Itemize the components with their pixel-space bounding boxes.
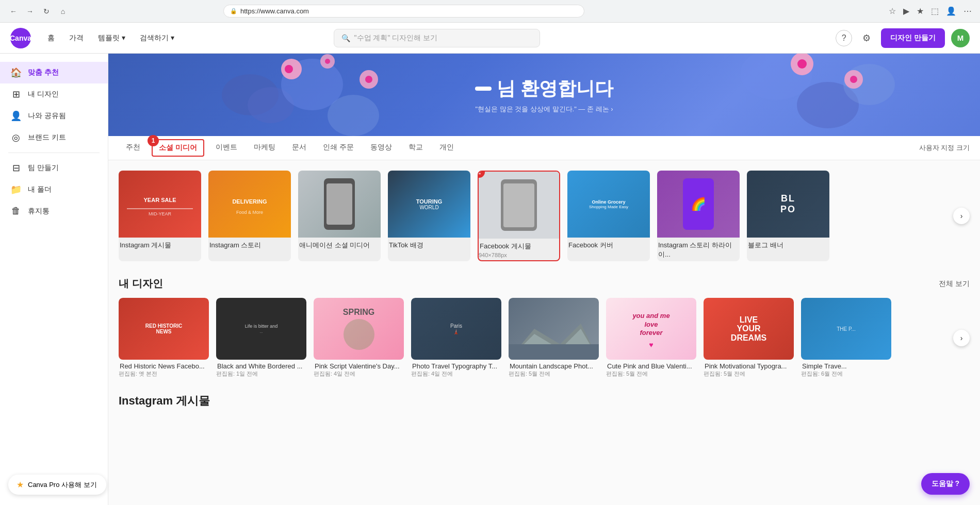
address-bar[interactable]: 🔒 https://www.canva.com bbox=[223, 5, 584, 18]
template-grid-wrapper: YEAR SALE MID-YEAR Instagram 게시물 DELIVER… bbox=[119, 171, 970, 261]
forward-button[interactable]: → bbox=[23, 4, 37, 19]
custom-size-button[interactable]: 사용자 지정 크기 bbox=[919, 143, 970, 153]
back-button[interactable]: ← bbox=[6, 4, 21, 19]
more-button[interactable]: ⋯ bbox=[961, 4, 974, 18]
tab-documents[interactable]: 문서 bbox=[285, 137, 314, 159]
tab-personal[interactable]: 개인 bbox=[432, 137, 461, 159]
design-card-mountain[interactable]: Mountain Landscape Phot... 편집됨: 5월 전에 bbox=[509, 298, 599, 378]
template-label-instagram-story: Instagram 스토리 bbox=[208, 238, 291, 251]
sidebar-divider bbox=[8, 153, 100, 153]
profile-button[interactable]: 👤 bbox=[944, 4, 958, 18]
url-text: https://www.canva.com bbox=[240, 7, 309, 15]
template-card-instagram-highlight[interactable]: 🌈 Instagram 스토리 하라이이... bbox=[657, 171, 740, 261]
design-card-bw-bordered[interactable]: Life is bitter and... Black and White Bo… bbox=[216, 298, 306, 378]
svg-point-16 bbox=[850, 76, 857, 83]
sidebar-item-shared[interactable]: 👤 나와 공유됨 bbox=[0, 105, 108, 127]
template-sublabel-facebook-post: 940×788px bbox=[479, 252, 559, 260]
annotation-1: 1 bbox=[148, 135, 159, 146]
template-card-instagram-post[interactable]: YEAR SALE MID-YEAR Instagram 게시물 bbox=[119, 171, 201, 261]
template-card-instagram-story[interactable]: DELIVERING Food & More Instagram 스토리 bbox=[208, 171, 291, 261]
design-date-cute-pink: 편집됨: 5월 전에 bbox=[606, 370, 696, 378]
nav-search[interactable]: 검색하기 ▾ bbox=[134, 30, 181, 46]
design-grid-wrapper: RED HISTORICNEWS Red Historic News Faceb… bbox=[119, 298, 970, 378]
settings-button[interactable]: ⚙ bbox=[858, 30, 875, 46]
template-label-blog-banner: 블로그 배너 bbox=[747, 238, 829, 251]
collections-button[interactable]: ⬚ bbox=[929, 4, 941, 18]
template-card-blog-banner[interactable]: BL PO 블로그 배너 bbox=[747, 171, 829, 261]
template-thumb-animated bbox=[298, 171, 381, 238]
design-grid: RED HISTORICNEWS Red Historic News Faceb… bbox=[119, 298, 970, 378]
template-grid: YEAR SALE MID-YEAR Instagram 게시물 DELIVER… bbox=[119, 171, 970, 261]
help-button[interactable]: ? bbox=[836, 30, 852, 46]
svg-point-7 bbox=[365, 76, 372, 83]
tab-events[interactable]: 이벤트 bbox=[208, 137, 244, 159]
category-tabs: 주천 1 소셜 미디어 이벤트 마케팅 문서 인쇄 주문 동영상 학교 개인 사… bbox=[108, 136, 980, 160]
design-card-cute-pink[interactable]: you and meloveforever ♥ Cute Pink and Bl… bbox=[606, 298, 696, 378]
design-date-photo-travel: 편집됨: 4일 전에 bbox=[411, 370, 501, 378]
template-label-facebook-cover: Facebook 커버 bbox=[567, 238, 650, 251]
design-card-motivational[interactable]: LIVEYOURDREAMS Pink Motivational Typogra… bbox=[704, 298, 794, 378]
home-button[interactable]: ⌂ bbox=[56, 4, 70, 19]
tab-social-media[interactable]: 1 소셜 미디어 bbox=[152, 139, 204, 157]
canva-pro-banner[interactable]: ★ Canva Pro 사용해 보기 bbox=[8, 475, 106, 495]
sidebar-item-my-designs[interactable]: ⊞ 내 디자인 bbox=[0, 83, 108, 105]
tab-marketing[interactable]: 마케팅 bbox=[247, 137, 283, 159]
shared-icon: 👤 bbox=[10, 110, 22, 122]
create-design-button[interactable]: 디자인 만들기 bbox=[881, 28, 945, 48]
template-label-animated: 애니메이션 소셜 미디어 bbox=[298, 238, 381, 251]
tab-video[interactable]: 동영상 bbox=[363, 137, 399, 159]
designs-scroll-right[interactable]: › bbox=[953, 330, 970, 346]
nav-price[interactable]: 가격 bbox=[63, 30, 90, 46]
template-card-facebook-post[interactable]: 2 Facebook 게시물 940×788px bbox=[478, 171, 560, 261]
search-bar[interactable]: 🔍 "수업 계획" 디자인해 보기 bbox=[334, 29, 540, 47]
canva-logo[interactable]: Canva bbox=[10, 28, 31, 48]
my-designs-title: 내 디자인 bbox=[119, 277, 163, 291]
design-card-pink-script[interactable]: SPRING Pink Script Valentine's Day... 편집… bbox=[314, 298, 404, 378]
design-label-photo-travel: Photo Travel Typography T... bbox=[411, 360, 501, 370]
main-nav: 홈 가격 템플릿 ▾ 검색하기 ▾ bbox=[41, 30, 181, 46]
sidebar-item-team[interactable]: ⊟ 팀 만들기 bbox=[0, 157, 108, 179]
canva-pro-star-icon: ★ bbox=[17, 480, 24, 490]
nav-templates[interactable]: 템플릿 ▾ bbox=[92, 30, 132, 46]
template-card-animated-social[interactable]: 애니메이션 소셜 미디어 bbox=[298, 171, 381, 261]
sidebar-item-brand-kit[interactable]: ◎ 브랜드 키트 bbox=[0, 127, 108, 148]
refresh-button[interactable]: ↻ bbox=[39, 4, 54, 19]
bookmark-star-button[interactable]: ☆ bbox=[887, 4, 898, 18]
tab-recommended[interactable]: 주천 bbox=[119, 137, 148, 159]
nav-home[interactable]: 홈 bbox=[41, 30, 61, 46]
help-fab-button[interactable]: 도움말 ? bbox=[921, 473, 970, 495]
avatar[interactable]: M bbox=[951, 29, 970, 47]
design-label-bw-bordered: Black and White Bordered ... bbox=[216, 360, 306, 370]
view-all-designs-button[interactable]: 전체 보기 bbox=[939, 279, 970, 289]
design-thumb-bw-bordered: Life is bitter and... bbox=[216, 298, 306, 360]
design-card-simple-travel[interactable]: THE P... Simple Trave... 편집됨: 6월 전에 bbox=[801, 298, 891, 378]
my-designs-section: 내 디자인 전체 보기 RED HISTORICNEWS Red Histori… bbox=[108, 266, 980, 383]
favorites-button[interactable]: ★ bbox=[914, 4, 926, 18]
design-card-photo-travel[interactable]: Paris🗼 Photo Travel Typography T... 편집됨:… bbox=[411, 298, 501, 378]
brand-icon: ◎ bbox=[10, 132, 22, 143]
template-thumb-blog: BL PO bbox=[747, 171, 829, 238]
templates-section: YEAR SALE MID-YEAR Instagram 게시물 DELIVER… bbox=[108, 160, 980, 266]
design-date-bw-bordered: 편집됨: 1일 전에 bbox=[216, 370, 306, 378]
svg-rect-19 bbox=[509, 344, 599, 360]
template-thumb-tiktok: TOURING WORLD bbox=[388, 171, 470, 238]
template-card-facebook-cover[interactable]: Online Grocery Shopping Made Easy Facebo… bbox=[567, 171, 650, 261]
svg-point-15 bbox=[844, 70, 863, 89]
trash-icon: 🗑 bbox=[10, 206, 22, 216]
sidebar-item-recommend[interactable]: 🏠 맞춤 추천 bbox=[0, 62, 108, 83]
design-date-red-news: 편집됨: 옛 본전 bbox=[119, 370, 209, 378]
instagram-section-title: Instagram 게시물 bbox=[119, 393, 970, 409]
sidebar: 🏠 맞춤 추천 ⊞ 내 디자인 👤 나와 공유됨 ◎ 브랜드 키트 ⊟ 팀 만들… bbox=[0, 54, 108, 505]
sidebar-item-trash[interactable]: 🗑 휴지통 bbox=[0, 200, 108, 222]
tab-school[interactable]: 학교 bbox=[401, 137, 430, 159]
tab-print[interactable]: 인쇄 주문 bbox=[316, 137, 361, 159]
browser-actions: ☆ ▶ ★ ⬚ 👤 ⋯ bbox=[887, 4, 974, 18]
sidebar-item-folder[interactable]: 📁 내 폴더 bbox=[0, 179, 108, 200]
cast-button[interactable]: ▶ bbox=[901, 4, 911, 18]
templates-scroll-right[interactable]: › bbox=[953, 208, 970, 224]
team-icon: ⊟ bbox=[10, 162, 22, 174]
design-card-red-news[interactable]: RED HISTORICNEWS Red Historic News Faceb… bbox=[119, 298, 209, 378]
sidebar-label-recommend: 맞춤 추천 bbox=[28, 68, 59, 77]
design-thumb-cute-pink: you and meloveforever ♥ bbox=[606, 298, 696, 360]
template-card-tiktok[interactable]: TOURING WORLD TikTok 배경 bbox=[388, 171, 470, 261]
